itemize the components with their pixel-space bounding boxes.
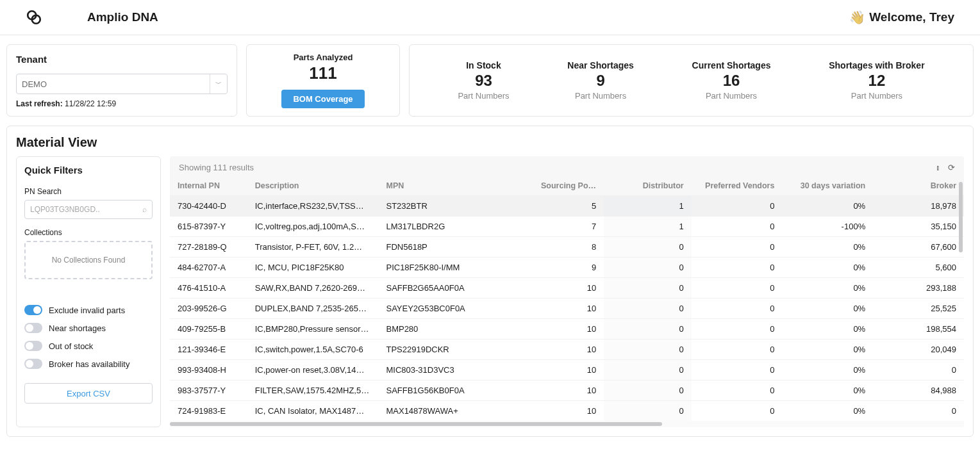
toggle-near-shortages[interactable]: Near shortages [24,323,153,333]
table-row[interactable]: 484-62707-AIC, MCU, PIC18F25K80PIC18F25K… [170,257,964,278]
scan-icon: ⌕ [142,205,147,214]
toggle-switch[interactable] [24,323,42,333]
cell-variation: 0% [782,339,873,360]
tenant-card: Tenant DEMO ﹀ Last refresh: 11/28/22 12:… [6,44,237,117]
cell-broker: 0 [873,401,964,421]
table-row[interactable]: 730-42440-DIC,interface,RS232,5V,TSS…ST2… [170,196,964,217]
cell-sourcing: 10 [533,380,604,401]
cell-distributor: 0 [604,319,692,339]
cell-preferred: 0 [692,237,783,257]
cell-mpn: FDN5618P [378,237,533,257]
cell-preferred: 0 [692,319,783,339]
col-30-days-variation[interactable]: 30 days variation [782,176,873,196]
table-row[interactable]: 615-87397-YIC,voltreg,pos,adj,100mA,S…LM… [170,217,964,237]
table-row[interactable]: 727-28189-QTransistor, P-FET, 60V, 1.2…F… [170,237,964,257]
cell-description: FILTER,SAW,1575.42MHZ,5… [247,380,379,401]
horizontal-scrollbar[interactable] [170,421,964,427]
material-view-title: Material View [7,126,973,156]
col-broker[interactable]: Broker [873,176,964,196]
table-row[interactable]: 203-99526-GDUPLEX,BAND 7,2535-265…SAYEY2… [170,298,964,319]
cell-variation: 0% [782,237,873,257]
vertical-scrollbar[interactable] [959,182,963,252]
cell-variation: 0% [782,401,873,421]
table-row[interactable]: 409-79255-BIC,BMP280,Pressure sensor…BMP… [170,319,964,339]
cell-variation: -100% [782,217,873,237]
pn-search-input[interactable]: LQP03TG3NB0GD.. ⌕ [24,200,153,219]
tenant-select[interactable]: DEMO ﹀ [16,74,228,94]
col-sourcing[interactable]: Sourcing Po…↑ [533,176,604,196]
cell-internal-pn: 121-39346-E [170,339,247,360]
stats-card: In Stock 93 Part Numbers Near Shortages … [409,44,974,117]
cell-preferred: 0 [692,278,783,298]
welcome-text: 👋 Welcome, Trey [849,10,954,25]
cell-distributor: 0 [604,298,692,319]
last-refresh: Last refresh: 11/28/22 12:59 [16,99,228,108]
col-internal-pn[interactable]: Internal PN [170,176,247,196]
filter-icon[interactable]: ⫾ [936,163,940,172]
col-preferred-vendors[interactable]: Preferred Vendors [692,176,783,196]
cell-preferred: 0 [692,401,783,421]
cell-description: IC,voltreg,pos,adj,100mA,S… [247,217,379,237]
stat-in-stock: In Stock 93 Part Numbers [458,60,509,101]
toggle-switch[interactable] [24,359,42,369]
cell-mpn: SAFFB1G56KB0F0A [378,380,533,401]
cell-distributor: 0 [604,237,692,257]
toggle-switch[interactable] [24,341,42,351]
cell-sourcing: 5 [533,196,604,217]
stat-near-shortages: Near Shortages 9 Part Numbers [567,60,633,101]
cell-broker: 25,525 [873,298,964,319]
cell-distributor: 1 [604,196,692,217]
cell-sourcing: 10 [533,339,604,360]
cell-sourcing: 9 [533,257,604,278]
toggle-out-of-stock[interactable]: Out of stock [24,341,153,351]
wave-icon: 👋 [849,10,865,25]
cell-internal-pn: 730-42440-D [170,196,247,217]
table-topbar: Showing 111 results ⫾ ⟳ [170,156,964,176]
cell-description: IC, MCU, PIC18F25K80 [247,257,379,278]
material-view-card: Material View Quick Filters PN Search LQ… [6,126,974,437]
summary-row: Tenant DEMO ﹀ Last refresh: 11/28/22 12:… [0,35,980,117]
cell-variation: 0% [782,196,873,217]
cell-mpn: TPS22919DCKR [378,339,533,360]
cell-variation: 0% [782,380,873,401]
pn-search-label: PN Search [24,187,153,196]
app-header: Amplio DNA 👋 Welcome, Trey [0,0,980,35]
sort-asc-icon: ↑ [599,181,602,190]
refresh-icon[interactable]: ⟳ [948,163,955,172]
cell-distributor: 0 [604,401,692,421]
chevron-down-icon: ﹀ [210,74,222,94]
table-row[interactable]: 983-37577-YFILTER,SAW,1575.42MHZ,5…SAFFB… [170,380,964,401]
cell-sourcing: 8 [533,237,604,257]
col-mpn[interactable]: MPN [378,176,533,196]
cell-preferred: 0 [692,217,783,237]
cell-broker: 67,600 [873,237,964,257]
cell-sourcing: 10 [533,319,604,339]
cell-description: IC,power-on reset,3.08V,14… [247,360,379,380]
tenant-select-value: DEMO [22,79,47,89]
collections-label: Collections [24,228,153,237]
cell-internal-pn: 727-28189-Q [170,237,247,257]
cell-mpn: LM317LBDR2G [378,217,533,237]
quick-filters-panel: Quick Filters PN Search LQP03TG3NB0GD.. … [16,156,161,427]
cell-mpn: ST232BTR [378,196,533,217]
analyzed-value: 111 [309,63,336,83]
table-row[interactable]: 993-93408-HIC,power-on reset,3.08V,14…MI… [170,360,964,380]
export-csv-button[interactable]: Export CSV [24,383,153,404]
table-row[interactable]: 121-39346-EIC,switch,power,1.5A,SC70-6TP… [170,339,964,360]
cell-description: IC, CAN Isolator, MAX1487… [247,401,379,421]
toggle-broker-avail[interactable]: Broker has availability [24,359,153,369]
cell-variation: 0% [782,360,873,380]
table-row[interactable]: 476-41510-ASAW,RX,BAND 7,2620-269…SAFFB2… [170,278,964,298]
quick-filters-heading: Quick Filters [24,165,153,176]
cell-preferred: 0 [692,298,783,319]
bom-coverage-button[interactable]: BOM Coverage [281,90,364,108]
col-distributor[interactable]: Distributor [604,176,692,196]
cell-internal-pn: 983-37577-Y [170,380,247,401]
collections-empty: No Collections Found [24,241,153,279]
table-row[interactable]: 724-91983-EIC, CAN Isolator, MAX1487…MAX… [170,401,964,421]
toggle-switch[interactable] [24,305,42,315]
cell-internal-pn: 409-79255-B [170,319,247,339]
col-description[interactable]: Description [247,176,379,196]
cell-internal-pn: 476-41510-A [170,278,247,298]
toggle-exclude-invalid[interactable]: Exclude invalid parts [24,305,153,315]
